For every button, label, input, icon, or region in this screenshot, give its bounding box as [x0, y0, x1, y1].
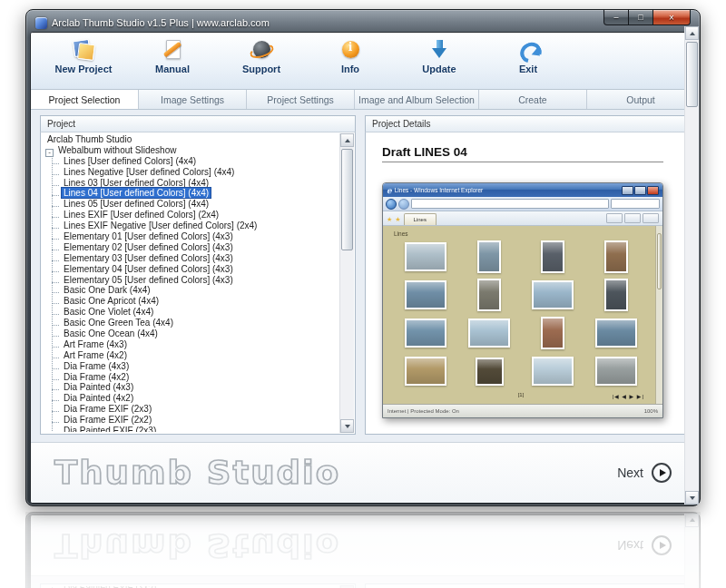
search-field — [611, 199, 660, 209]
support-icon — [250, 37, 274, 62]
tab-image-and-album-selection[interactable]: Image and Album Selection — [355, 90, 479, 109]
tree-item[interactable]: Arclab Thumb Studio — [43, 134, 338, 145]
preview-browser-titlebar: Lines - Windows Internet Explorer — [383, 183, 662, 197]
toolbar-button-support[interactable]: Support — [221, 37, 301, 74]
tree-item[interactable]: Art Frame (4x3) — [43, 339, 338, 350]
tree-item-label: Elementary 02 [User defined Colors] (4x3… — [62, 242, 235, 252]
toolbar-label: Info — [341, 64, 359, 74]
tree-item[interactable]: Basic One Violet (4x4) — [43, 307, 338, 318]
tab-project-settings[interactable]: Project Settings — [247, 90, 355, 109]
thumbnail-cell — [521, 278, 584, 312]
thumbnail-cell — [521, 316, 584, 350]
pagination-row: [1] |◀ ◀ ▶ ▶| — [392, 392, 650, 403]
thumbnail-cell — [584, 278, 648, 312]
tree-item[interactable]: Elementary 05 [User defined Colors] (4x3… — [43, 275, 338, 286]
tree-item[interactable]: Dia Frame (4x2) — [43, 372, 338, 383]
tree-item[interactable]: Dia Painted (4x2) — [43, 393, 338, 404]
toolbar-button-info[interactable]: Info — [310, 37, 390, 74]
tree-connector — [52, 258, 59, 261]
collapse-icon[interactable]: - — [45, 149, 54, 157]
toolbar-button-manual[interactable]: Manual — [132, 37, 212, 74]
scroll-up-icon[interactable] — [340, 133, 354, 147]
toolbar-button-new-project[interactable]: New Project — [44, 37, 123, 74]
close-button[interactable]: × — [653, 10, 691, 25]
scroll-down-icon[interactable] — [685, 491, 696, 504]
photo-thumbnail — [477, 279, 501, 311]
tree-connector — [52, 355, 59, 358]
next-label: Next — [617, 466, 643, 480]
scrollbar-thumb[interactable] — [686, 42, 696, 107]
tree-item-label: Elementary 04 [User defined Colors] (4x3… — [62, 264, 235, 274]
tree-item[interactable]: Elementary 01 [User defined Colors] (4x3… — [43, 231, 338, 242]
tree-item[interactable]: Dia Painted EXIF (2x3) — [43, 426, 338, 432]
scroll-up-icon[interactable] — [685, 32, 696, 40]
tree-item[interactable]: Art Frame (4x2) — [43, 350, 338, 361]
toolbar-label: New Project — [55, 64, 113, 74]
tree-connector — [52, 269, 59, 272]
tree-item[interactable]: Lines [User defined Colors] (4x4) — [43, 156, 338, 167]
titlebar: Arclab Thumb Studio v1.5 Plus | www.arcl… — [30, 14, 696, 32]
preview-minimize-icon — [622, 186, 633, 195]
zoom-level: 100% — [644, 408, 658, 414]
tree-item-label: Elementary 05 [User defined Colors] (4x3… — [62, 275, 235, 285]
preview-page-content: Lines [1] |◀ ◀ ▶ ▶| — [383, 226, 662, 404]
details-scrollbar[interactable] — [684, 32, 696, 504]
tree-item[interactable]: Basic One Green Tea (4x4) — [43, 318, 338, 328]
tree-item[interactable]: Dia Frame EXIF (2x3) — [43, 404, 338, 415]
tree-item[interactable]: Lines Negative [User defined Colors] (4x… — [43, 167, 338, 178]
preview-address-bar — [383, 197, 662, 211]
tree-item[interactable]: Basic One Ocean (4x4) — [43, 328, 338, 339]
tree-connector — [52, 203, 59, 207]
app-icon — [35, 17, 47, 29]
toolbar-button-exit[interactable]: Exit — [488, 37, 568, 74]
tree-item-label: Lines EXIF Negative [User defined Colors… — [62, 220, 259, 230]
tree-item-label: Webalbum without Slideshow — [56, 145, 178, 155]
update-icon — [427, 37, 452, 62]
tree-item[interactable]: Dia Frame (4x3) — [43, 361, 338, 372]
favorites-star-icon — [387, 209, 392, 225]
scroll-down-icon[interactable] — [340, 419, 354, 433]
tree-item-label: Dia Painted (4x3) — [62, 382, 135, 392]
title-divider — [382, 162, 663, 162]
tree-connector — [52, 311, 59, 315]
tree-item[interactable]: Dia Frame EXIF (2x2) — [43, 415, 338, 426]
next-button[interactable]: Next — [617, 463, 672, 483]
toolbar-label: Support — [242, 64, 280, 74]
forward-icon — [398, 199, 409, 210]
add-favorite-icon — [395, 209, 400, 225]
scrollbar-thumb[interactable] — [341, 149, 353, 250]
preview-tab-bar: Lines — [383, 211, 662, 226]
tab-output[interactable]: Output — [587, 90, 695, 109]
tree-item[interactable]: Lines 05 [User defined Colors] (4x4) — [43, 199, 338, 210]
tab-project-selection[interactable]: Project Selection — [31, 90, 139, 109]
tree-item[interactable]: Lines 03 [User defined Colors] (4x4) — [43, 178, 338, 189]
tree-item[interactable]: Dia Painted (4x3) — [43, 382, 338, 393]
toolbar-button-update[interactable]: Update — [399, 37, 479, 74]
tree-item[interactable]: Lines EXIF [User defined Colors] (2x4) — [43, 210, 338, 220]
photo-thumbnail — [468, 318, 510, 348]
photo-thumbnail — [405, 318, 446, 348]
tree-item[interactable]: Lines 04 [User defined Colors] (4x4) — [43, 188, 338, 199]
tree-item[interactable]: Basic One Apricot (4x4) — [43, 296, 338, 307]
tree-item[interactable]: Basic One Dark (4x4) — [43, 285, 338, 296]
thumbnail-cell — [394, 278, 457, 312]
photo-thumbnail — [604, 279, 628, 311]
tab-image-settings[interactable]: Image Settings — [139, 90, 247, 109]
tree-item[interactable]: Elementary 03 [User defined Colors] (4x3… — [43, 253, 338, 264]
tree-scrollbar[interactable] — [339, 133, 354, 433]
maximize-button[interactable]: □ — [629, 10, 653, 25]
tree-item[interactable]: Lines EXIF Negative [User defined Colors… — [43, 220, 338, 231]
tree-item-label: Elementary 03 [User defined Colors] (4x3… — [62, 253, 235, 263]
project-tree: Arclab Thumb Studio-Webalbum without Sli… — [43, 134, 338, 432]
minimize-button[interactable]: – — [603, 10, 629, 25]
tree-connector — [52, 289, 59, 293]
app-window: Arclab Thumb Studio v1.5 Plus | www.arcl… — [25, 9, 701, 506]
tree-item-label: Dia Frame EXIF (2x3) — [62, 404, 153, 414]
tree-item[interactable]: Elementary 02 [User defined Colors] (4x3… — [43, 242, 338, 253]
photo-thumbnail — [405, 242, 446, 271]
tree-item-label: Elementary 01 [User defined Colors] (4x3… — [62, 231, 235, 241]
tree-item[interactable]: -Webalbum without Slideshow — [43, 145, 338, 156]
tab-create[interactable]: Create — [479, 90, 587, 109]
tree-item-label: Dia Painted (4x2) — [62, 393, 135, 403]
tree-item[interactable]: Elementary 04 [User defined Colors] (4x3… — [43, 264, 338, 275]
